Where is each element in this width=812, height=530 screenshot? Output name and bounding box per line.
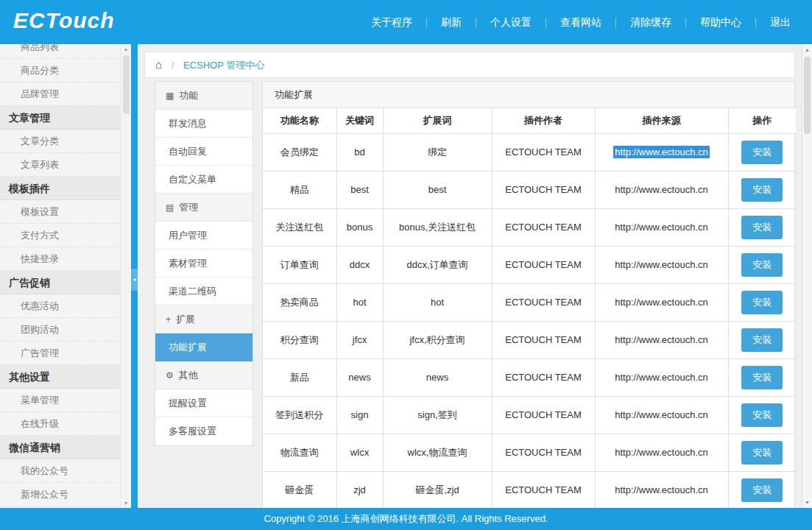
scroll-up-icon[interactable]: ▲ [802, 47, 812, 52]
plugin-source-url[interactable]: http://www.ectouch.cn [615, 409, 707, 420]
sidebar-item-article-list[interactable]: 文章列表 [0, 153, 120, 177]
col-header-action: 操作 [728, 108, 796, 133]
submenu-panel: ▦功能 群发消息 自动回复 自定义菜单 ▤管理 用户管理 素材管理 渠道二维码 … [155, 81, 253, 446]
submenu-group-other: ⚙其他 [155, 361, 253, 389]
main-scrollbar[interactable]: ▲ ▼ [802, 44, 812, 508]
plugin-name-cell: 签到送积分 [263, 396, 336, 434]
scroll-up-icon[interactable]: ▲ [121, 46, 131, 52]
install-button[interactable]: 安装 [741, 403, 783, 427]
install-button[interactable]: 安装 [741, 253, 783, 277]
nav-help-center[interactable]: 帮助中心 [686, 0, 755, 44]
sidebar-item-article-category[interactable]: 文章分类 [0, 130, 120, 153]
submenu-item-user-manage[interactable]: 用户管理 [155, 222, 253, 250]
sidebar-item-goods-category[interactable]: 商品分类 [0, 59, 120, 82]
sidebar-item-online-upgrade[interactable]: 在线升级 [0, 412, 120, 436]
nav-about[interactable]: 关于程序 [357, 0, 426, 44]
nav-clear-cache[interactable]: 清除缓存 [616, 0, 685, 44]
install-button[interactable]: 安装 [741, 366, 783, 389]
sidebar-item-my-official-account[interactable]: 我的公众号 [0, 459, 120, 483]
scroll-down-icon[interactable]: ▼ [802, 500, 812, 505]
scroll-down-icon[interactable]: ▼ [121, 501, 131, 506]
table-header-row: 功能名称 关键词 扩展词 插件作者 插件来源 操作 [263, 108, 796, 133]
plus-icon: + [166, 314, 171, 325]
submenu-item-mass-message[interactable]: 群发消息 [155, 110, 253, 138]
submenu-item-material-manage[interactable]: 素材管理 [155, 250, 253, 278]
sidebar-item-menu-manage[interactable]: 菜单管理 [0, 389, 120, 412]
submenu-item-function-extend[interactable]: 功能扩展 [155, 333, 253, 361]
sidebar-group-article: 文章管理 [0, 106, 120, 130]
nav-view-site[interactable]: 查看网站 [546, 0, 615, 44]
submenu-item-custom-menu[interactable]: 自定义菜单 [155, 166, 253, 194]
author-cell: ECTOUCH TEAM [492, 358, 595, 396]
copyright-text: Copyright © 2016 上海商创网络科技有限公司. All Right… [264, 513, 548, 524]
install-button[interactable]: 安装 [741, 441, 783, 464]
col-header-author: 插件作者 [492, 108, 595, 133]
extension-cell: 绑定 [383, 133, 492, 171]
nav-personal-settings[interactable]: 个人设置 [476, 0, 546, 44]
plugin-source-url[interactable]: http://www.ectouch.cn [615, 297, 707, 308]
home-icon[interactable]: ⌂ [155, 58, 162, 71]
brand-logo[interactable]: ECTouch [13, 8, 115, 33]
install-button[interactable]: 安装 [741, 141, 783, 164]
plugin-name-cell: 物流查询 [263, 434, 336, 471]
sidebar-scrollbar[interactable]: ▲ ▼ [120, 44, 131, 508]
sidebar-item-template-settings[interactable]: 模板设置 [0, 200, 120, 224]
sidebar-item-payment-method[interactable]: 支付方式 [0, 224, 120, 247]
plugin-name-cell: 订单查询 [263, 246, 336, 283]
extensions-panel: 功能扩展 功能名称 关键词 扩展词 插件作者 插件来源 操作 会员绑定 bd [262, 81, 795, 508]
sidebar-item-promo-activity[interactable]: 优惠活动 [0, 294, 120, 318]
keyword-cell: sign [336, 396, 383, 434]
nav-refresh[interactable]: 刷新 [427, 0, 476, 44]
breadcrumb-link[interactable]: ECSHOP 管理中心 [183, 60, 264, 71]
submenu-group-manage: ▤管理 [155, 194, 253, 222]
submenu-item-reminder-settings[interactable]: 提醒设置 [155, 389, 253, 417]
submenu-item-multi-service-settings[interactable]: 多客服设置 [155, 417, 253, 445]
install-button[interactable]: 安装 [741, 216, 783, 239]
install-button[interactable]: 安装 [741, 328, 783, 352]
plugin-name-cell: 砸金蛋 [263, 471, 336, 508]
install-button[interactable]: 安装 [741, 178, 783, 202]
plugin-source-url[interactable]: http://www.ectouch.cn [615, 222, 707, 233]
install-button[interactable]: 安装 [741, 291, 783, 314]
sidebar-scroll-thumb[interactable] [123, 55, 130, 114]
install-button[interactable]: 安装 [741, 478, 783, 502]
extension-cell: 砸金蛋,zjd [383, 471, 492, 508]
source-cell: http://www.ectouch.cn [595, 358, 728, 396]
table-row: 砸金蛋 zjd 砸金蛋,zjd ECTOUCH TEAM http://www.… [263, 471, 796, 508]
book-icon: ▤ [166, 202, 174, 213]
sidebar-menu: 商品列表 商品分类 品牌管理 文章管理 文章分类 文章列表 模板插件 模板设置 … [0, 44, 120, 506]
submenu-group-label: 扩展 [176, 314, 195, 325]
table-row: 物流查询 wlcx wlcx,物流查询 ECTOUCH TEAM http://… [263, 434, 796, 471]
collapse-handle[interactable]: ◂ [131, 269, 138, 291]
plugin-source-url[interactable]: http://www.ectouch.cn [615, 484, 707, 495]
submenu-item-auto-reply[interactable]: 自动回复 [155, 138, 253, 166]
table-row: 关注送红包 bonus bonus,关注送红包 ECTOUCH TEAM htt… [263, 208, 796, 246]
author-cell: ECTOUCH TEAM [492, 396, 595, 434]
top-header: ECTouch 关于程序刷新个人设置查看网站清除缓存帮助中心退出 [0, 0, 812, 44]
sidebar-item-ad-manage[interactable]: 广告管理 [0, 342, 120, 365]
plugin-source-url[interactable]: http://www.ectouch.cn [615, 447, 707, 458]
plugin-source-url[interactable]: http://www.ectouch.cn [615, 372, 707, 383]
plugin-source-url[interactable]: http://www.ectouch.cn [613, 146, 709, 158]
keyword-cell: news [336, 358, 383, 396]
sidebar-item-groupon-activity[interactable]: 团购活动 [0, 318, 120, 342]
col-header-keyword: 关键词 [336, 108, 383, 133]
main-scroll-thumb[interactable] [804, 57, 811, 134]
extension-cell: wlcx,物流查询 [383, 434, 492, 471]
plugin-source-url[interactable]: http://www.ectouch.cn [615, 259, 707, 270]
sidebar-item-quick-login[interactable]: 快捷登录 [0, 247, 120, 271]
keyword-cell: hot [336, 283, 383, 321]
sidebar-item-brand-manage[interactable]: 品牌管理 [0, 82, 120, 106]
keyword-cell: bd [336, 133, 383, 171]
plugin-name-cell: 热卖商品 [263, 283, 336, 321]
plugin-source-url[interactable]: http://www.ectouch.cn [615, 334, 707, 345]
table-row: 订单查询 ddcx ddcx,订单查询 ECTOUCH TEAM http://… [263, 246, 796, 283]
plugin-source-url[interactable]: http://www.ectouch.cn [615, 184, 707, 195]
action-cell: 安装 [728, 358, 796, 396]
action-cell: 安装 [728, 208, 796, 246]
sidebar-item-goods-list[interactable]: 商品列表 [0, 44, 120, 59]
submenu-item-channel-qrcode[interactable]: 渠道二维码 [155, 278, 253, 305]
col-header-extension: 扩展词 [383, 108, 492, 133]
sidebar-item-add-official-account[interactable]: 新增公众号 [0, 483, 120, 506]
nav-logout[interactable]: 退出 [756, 0, 805, 44]
